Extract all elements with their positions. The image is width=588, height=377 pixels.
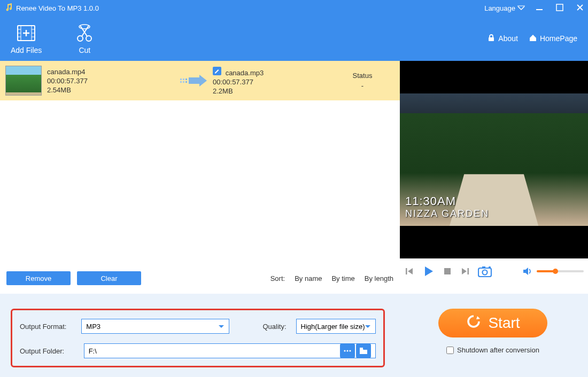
quality-dropdown[interactable]: High(Larger file size) <box>296 319 376 334</box>
output-format-dropdown[interactable]: MP3 <box>81 319 229 334</box>
more-button[interactable] <box>340 343 355 358</box>
minimize-button[interactable] <box>536 4 543 13</box>
target-file-size: 2.2MB <box>213 87 341 95</box>
chevron-down-icon <box>517 4 525 12</box>
start-label: Start <box>488 315 520 332</box>
edit-icon[interactable] <box>213 67 221 75</box>
app-title: Renee Video To MP3 1.0.0 <box>16 4 484 12</box>
previous-button[interactable] <box>404 266 415 277</box>
maximize-button[interactable] <box>556 4 563 13</box>
shutdown-checkbox[interactable] <box>446 347 454 354</box>
file-list-empty-area <box>0 100 400 267</box>
homepage-link[interactable]: HomePage <box>529 34 577 44</box>
output-folder-row: Output Folder: <box>20 343 376 358</box>
svg-rect-15 <box>489 37 494 41</box>
svg-rect-28 <box>482 266 485 269</box>
target-file-name-row: canada.mp3 <box>213 67 341 77</box>
quality-label: Quality: <box>262 323 286 331</box>
stop-button[interactable] <box>443 266 452 276</box>
quality-value: High(Larger file size) <box>301 323 365 331</box>
preview-panel: 11:30AM NIZZA GARDEN <box>400 61 588 294</box>
output-settings-box: Output Format: MP3 Quality: High(Larger … <box>11 309 385 367</box>
volume-slider[interactable] <box>537 270 584 272</box>
source-file-info: canada.mp4 00:00:57.377 2.54MB <box>47 68 175 94</box>
start-area: Start Shutdown after conversion <box>438 309 547 367</box>
shutdown-label: Shutdown after conversion <box>457 346 539 354</box>
source-file-duration: 00:00:57.377 <box>47 77 175 85</box>
sort-by-length[interactable]: By length <box>365 274 393 282</box>
music-note-icon <box>4 3 13 13</box>
add-files-label: Add Files <box>11 46 42 54</box>
file-list: canada.mp4 00:00:57.377 2.54MB canada.mp… <box>0 61 400 294</box>
about-link[interactable]: About <box>487 34 518 44</box>
clear-button[interactable]: Clear <box>77 271 141 285</box>
svg-rect-20 <box>183 81 184 83</box>
shutdown-checkbox-row[interactable]: Shutdown after conversion <box>446 346 539 354</box>
svg-rect-18 <box>185 78 187 80</box>
video-frame[interactable]: 11:30AM NIZZA GARDEN <box>400 93 588 226</box>
sort-by-time[interactable]: By time <box>331 274 354 282</box>
svg-rect-0 <box>517 5 525 6</box>
overlay-place: NIZZA GARDEN <box>405 208 489 219</box>
svg-rect-25 <box>468 268 469 274</box>
svg-point-27 <box>483 270 488 275</box>
overlay-time: 11:30AM <box>405 194 489 208</box>
svg-rect-33 <box>360 348 363 349</box>
bottom-panel: Output Format: MP3 Quality: High(Larger … <box>0 294 588 377</box>
svg-rect-1 <box>536 9 543 10</box>
homepage-label: HomePage <box>540 34 577 43</box>
cut-button[interactable]: Cut <box>74 22 95 54</box>
video-overlay-text: 11:30AM NIZZA GARDEN <box>405 194 489 219</box>
svg-point-13 <box>86 36 91 41</box>
list-controls: Remove Clear Sort: By name By time By le… <box>0 267 400 294</box>
about-label: About <box>498 34 518 43</box>
language-selector[interactable]: Language <box>484 4 525 12</box>
browse-folder-button[interactable] <box>356 343 371 358</box>
sort-label: Sort: <box>270 274 285 282</box>
volume-slider-knob[interactable] <box>553 269 558 274</box>
svg-rect-21 <box>185 81 187 83</box>
film-plus-icon <box>16 22 37 44</box>
cut-label: Cut <box>79 46 90 54</box>
volume-icon[interactable] <box>522 266 532 277</box>
refresh-icon <box>466 313 482 333</box>
sort-by-name[interactable]: By name <box>295 274 322 282</box>
output-folder-input[interactable] <box>89 347 339 355</box>
svg-rect-23 <box>406 268 407 274</box>
player-controls <box>400 258 588 284</box>
main-area: canada.mp4 00:00:57.377 2.54MB canada.mp… <box>0 61 588 294</box>
video-preview-area: 11:30AM NIZZA GARDEN <box>400 61 588 258</box>
scissors-icon <box>74 22 95 44</box>
remove-button[interactable]: Remove <box>6 271 71 285</box>
target-file-info: canada.mp3 00:00:57.377 2.2MB <box>213 67 341 95</box>
chevron-down-icon <box>365 323 371 331</box>
source-file-name: canada.mp4 <box>47 68 175 76</box>
start-button[interactable]: Start <box>438 309 547 337</box>
target-file-duration: 00:00:57.377 <box>213 78 341 86</box>
next-button[interactable] <box>460 266 470 277</box>
sort-controls: Sort: By name By time By length <box>270 274 393 282</box>
svg-point-32 <box>349 350 351 351</box>
window-controls <box>536 4 584 13</box>
svg-point-29 <box>489 266 491 269</box>
add-files-button[interactable]: Add Files <box>11 22 42 54</box>
output-format-value: MP3 <box>86 323 100 331</box>
output-format-label: Output Format: <box>20 323 75 331</box>
output-folder-field[interactable] <box>84 343 376 358</box>
source-file-size: 2.54MB <box>47 86 175 94</box>
file-row[interactable]: canada.mp4 00:00:57.377 2.54MB canada.mp… <box>0 61 400 100</box>
svg-rect-2 <box>556 4 563 11</box>
title-bar: Renee Video To MP3 1.0.0 Language <box>0 0 588 16</box>
snapshot-button[interactable] <box>478 265 492 277</box>
svg-point-30 <box>344 350 345 351</box>
play-button[interactable] <box>422 265 435 278</box>
output-format-row: Output Format: MP3 Quality: High(Larger … <box>20 319 376 334</box>
close-button[interactable] <box>576 4 584 13</box>
chevron-down-icon <box>218 323 225 331</box>
status-column: Status - <box>341 72 384 90</box>
home-icon <box>529 34 537 44</box>
svg-rect-24 <box>444 268 451 274</box>
svg-rect-19 <box>180 81 182 83</box>
output-folder-label: Output Folder: <box>20 347 78 355</box>
svg-point-12 <box>78 36 83 41</box>
